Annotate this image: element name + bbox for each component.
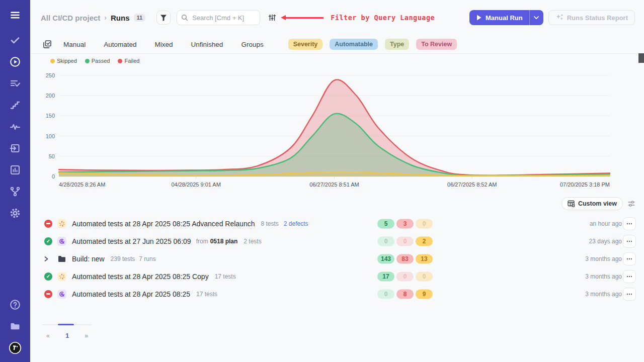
run-row[interactable]: Automated tests at 28 Apr 2025 08:25 Cop… xyxy=(30,267,644,285)
custom-view-label: Custom view xyxy=(578,200,617,207)
table-gear-icon xyxy=(568,200,575,207)
failed-count-badge: 8 xyxy=(396,289,414,299)
area-chart: 0501001502002504/28/2025 8:26 AM04/28/20… xyxy=(30,54,644,190)
row-more-button[interactable] xyxy=(623,217,636,230)
runs-status-report-button[interactable]: Runs Status Report xyxy=(548,10,635,25)
defects-link[interactable]: 2 defects xyxy=(284,220,308,227)
main: All CI/CD project › Runs 11 Filter by Qu… xyxy=(30,0,644,362)
run-row[interactable]: Automated tests at 28 Apr 2025 08:25 Adv… xyxy=(30,215,644,232)
pagination: « 1 » xyxy=(43,324,92,339)
steps-icon[interactable] xyxy=(9,99,21,111)
logo[interactable] xyxy=(9,342,21,354)
list-check-icon[interactable] xyxy=(9,77,21,89)
filter-funnel-button[interactable] xyxy=(156,11,171,25)
run-time: 3 months ago xyxy=(585,291,622,298)
tab-mixed[interactable]: Mixed xyxy=(155,41,173,48)
select-items-icon[interactable] xyxy=(43,40,52,49)
runs-list: Automated tests at 28 Apr 2025 08:25 Adv… xyxy=(30,215,644,303)
chart-legend: Skipped Passed Failed xyxy=(50,58,139,64)
skipped-count-badge: 2 xyxy=(416,236,433,246)
page-prev-button[interactable]: « xyxy=(46,332,50,339)
legend-skipped[interactable]: Skipped xyxy=(50,58,77,64)
filter-pill-automatable[interactable]: Automatable xyxy=(330,39,378,50)
runs-status-report-label: Runs Status Report xyxy=(567,14,628,22)
failed-count-badge: 0 xyxy=(396,236,414,246)
row-more-button[interactable] xyxy=(623,235,636,248)
branch-icon[interactable] xyxy=(9,186,21,198)
run-title: Automated tests at 27 Jun 2025 06:09 xyxy=(72,237,191,245)
manual-run-button[interactable]: Manual Run xyxy=(469,10,529,25)
sparkles-icon xyxy=(555,14,564,22)
row-more-button[interactable] xyxy=(623,270,636,283)
run-row[interactable]: Automated tests at 27 Jun 2025 06:09 fro… xyxy=(30,232,644,250)
legend-failed[interactable]: Failed xyxy=(118,58,139,64)
filter-pill-to-review[interactable]: To Review xyxy=(416,39,457,50)
import-box-icon[interactable] xyxy=(9,142,21,154)
pulse-icon[interactable] xyxy=(9,121,21,133)
runs-chart: Skipped Passed Failed 0501001502002504/2… xyxy=(30,54,644,194)
row-more-button[interactable] xyxy=(623,288,636,301)
folder-icon xyxy=(57,254,66,263)
passed-count-badge: 5 xyxy=(377,219,394,228)
help-icon[interactable] xyxy=(9,299,21,311)
svg-text:04/28/2025 9:01 AM: 04/28/2025 9:01 AM xyxy=(171,182,220,188)
chevron-down-icon xyxy=(534,16,539,20)
breadcrumb-current: Runs xyxy=(111,14,130,22)
pagination-active-indicator xyxy=(58,324,74,325)
runs-count-badge: 11 xyxy=(134,14,146,22)
gear-icon[interactable] xyxy=(9,207,21,219)
run-group-row[interactable]: Build: new 239 tests 7 runs 143 83 13 3 … xyxy=(30,250,644,267)
header: All CI/CD project › Runs 11 Filter by Qu… xyxy=(30,0,644,35)
skipped-count-badge: 0 xyxy=(416,272,433,281)
tab-groups[interactable]: Groups xyxy=(241,41,263,48)
svg-text:200: 200 xyxy=(46,93,55,99)
tab-manual[interactable]: Manual xyxy=(63,41,86,48)
skipped-count-badge: 13 xyxy=(416,254,433,263)
svg-text:250: 250 xyxy=(46,72,55,78)
plan-icon xyxy=(57,237,66,246)
expand-chevron-icon[interactable] xyxy=(44,256,52,261)
result-badges: 17 0 0 xyxy=(377,272,433,281)
filter-pill-severity[interactable]: Severity xyxy=(288,39,323,50)
bar-chart-icon[interactable] xyxy=(9,164,21,176)
run-time: an hour ago xyxy=(590,220,622,227)
status-failed-icon xyxy=(44,220,52,228)
page-number[interactable]: 1 xyxy=(65,332,69,339)
legend-passed[interactable]: Passed xyxy=(85,58,110,64)
check-icon[interactable] xyxy=(9,34,21,46)
result-badges: 0 8 9 xyxy=(377,289,433,299)
folders-icon[interactable] xyxy=(9,320,21,332)
search-input[interactable] xyxy=(191,14,254,22)
annotation-filter-by-ql: Filter by Query Language xyxy=(281,14,435,22)
run-title: Automated tests at 28 Apr 2025 08:25 Adv… xyxy=(72,220,255,228)
breadcrumb-separator: › xyxy=(104,14,107,22)
search-icon xyxy=(181,14,188,21)
svg-text:150: 150 xyxy=(46,113,55,119)
tab-automated[interactable]: Automated xyxy=(104,41,136,48)
play-circle-icon[interactable] xyxy=(9,56,21,68)
result-badges: 5 3 0 xyxy=(377,219,433,228)
passed-count-badge: 0 xyxy=(377,236,394,246)
run-title: Automated tests at 28 Apr 2025 08:25 xyxy=(72,290,190,298)
breadcrumb-project[interactable]: All CI/CD project xyxy=(41,14,100,22)
filter-pill-type[interactable]: Type xyxy=(385,39,409,50)
run-tests-count: 8 tests xyxy=(261,220,278,227)
svg-text:0: 0 xyxy=(52,173,55,179)
annotation-text: Filter by Query Language xyxy=(331,14,435,22)
scrollbar-thumb[interactable] xyxy=(638,53,644,63)
page-next-button[interactable]: » xyxy=(85,332,88,339)
run-time: 23 days ago xyxy=(589,238,622,245)
run-plan-name: 0518 plan xyxy=(210,238,238,245)
manual-run-dropdown-button[interactable] xyxy=(530,10,543,25)
run-row[interactable]: Automated tests at 28 Apr 2025 08:25 17 … xyxy=(30,285,644,303)
view-settings-sliders-icon[interactable] xyxy=(627,200,635,209)
hamburger-icon[interactable] xyxy=(9,9,21,21)
ellipsis-icon xyxy=(626,276,632,278)
group-runs-count: 7 runs xyxy=(139,255,155,262)
custom-view-button[interactable]: Custom view xyxy=(561,197,623,210)
search-box[interactable] xyxy=(177,10,260,25)
tab-unfinished[interactable]: Unfinished xyxy=(191,41,223,48)
run-time: 3 months ago xyxy=(585,255,622,262)
query-language-filter-icon[interactable] xyxy=(268,14,276,22)
row-more-button[interactable] xyxy=(623,252,636,265)
